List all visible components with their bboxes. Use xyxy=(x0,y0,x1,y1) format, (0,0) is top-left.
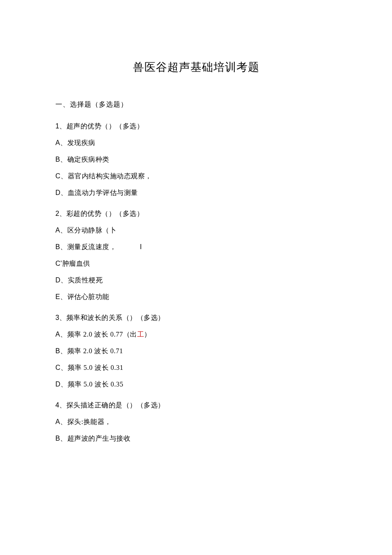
question-text: 、频率和波长的关系（）（多选） xyxy=(59,314,165,321)
option-close: ） xyxy=(144,331,151,338)
option-label: C xyxy=(55,172,61,180)
option-b: B、频率 2.0 波长 0.71 xyxy=(55,347,337,356)
option-d: D、频率 5.0 波长 0.35 xyxy=(55,380,337,389)
option-b: B、确定疾病种类 xyxy=(55,155,337,164)
option-sep: 、 xyxy=(61,276,68,284)
option-sep: 、 xyxy=(60,418,67,425)
option-label: D xyxy=(55,276,61,284)
option-e: E、评估心脏功能 xyxy=(55,293,337,302)
option-sep: 、 xyxy=(60,435,67,442)
option-sep: 、 xyxy=(61,189,68,196)
option-label: B xyxy=(55,435,60,442)
option-c: C'肿瘤血供 xyxy=(55,259,337,268)
option-text: 频率 5.0 波长 0.35 xyxy=(68,381,124,388)
option-label: E xyxy=(55,293,60,300)
option-d: D、血流动力学评估与测量 xyxy=(55,189,337,198)
question-2: 2、彩超的优势（）（多选） A、区分动静脉（卜 B、测量反流速度，I C'肿瘤血… xyxy=(55,209,337,302)
option-text: 区分动静脉（卜 xyxy=(67,227,117,234)
option-b: B、测量反流速度，I xyxy=(55,243,337,252)
document-title: 兽医谷超声基础培训考题 xyxy=(55,60,337,75)
option-label: C xyxy=(55,364,61,371)
question-number: 4 xyxy=(55,401,59,409)
option-text: 频率 5.0 波长 0.31 xyxy=(68,364,124,371)
option-label: A xyxy=(55,227,60,234)
section-heading: 一、选择题（多选题） xyxy=(55,100,337,109)
option-text: 评估心脏功能 xyxy=(67,293,110,300)
option-label: A xyxy=(55,331,60,338)
option-text: 确定疾病种类 xyxy=(67,156,110,163)
option-a: A、区分动静脉（卜 xyxy=(55,226,337,235)
page: 兽医谷超声基础培训考题 一、选择题（多选题） 1、超声的优势（）（多选） A、发… xyxy=(0,0,392,555)
option-trail: I xyxy=(140,243,142,250)
option-text: 实质性梗死 xyxy=(68,276,103,284)
question-number: 1 xyxy=(55,122,59,130)
option-sep: 、 xyxy=(61,172,68,180)
option-label: B xyxy=(55,243,60,250)
option-sep: 、 xyxy=(60,227,67,234)
question-prompt: 1、超声的优势（）（多选） xyxy=(55,122,337,131)
option-red-text: 工 xyxy=(137,331,144,338)
option-sep: 、 xyxy=(60,139,67,146)
option-sep: 、 xyxy=(60,331,67,338)
question-4: 4、探头描述正确的是（）（多选） A、探头:换能器， B、超声波的产生与接收 xyxy=(55,401,337,443)
option-a: A、探头:换能器， xyxy=(55,418,337,427)
question-text: 、探头描述正确的是（）（多选） xyxy=(59,401,165,409)
option-label: C' xyxy=(55,260,62,267)
option-label: D xyxy=(55,381,61,388)
question-text: 、彩超的优势（）（多选） xyxy=(59,210,144,217)
option-label: A xyxy=(55,418,60,425)
question-number: 3 xyxy=(55,314,59,321)
option-text: 器官内结构实施动态观察， xyxy=(68,172,152,180)
question-prompt: 4、探头描述正确的是（）（多选） xyxy=(55,401,337,410)
option-text: 测量反流速度， xyxy=(67,243,117,250)
option-text: 发现疾病 xyxy=(67,139,95,146)
option-c: C、器官内结构实施动态观察， xyxy=(55,172,337,181)
question-prompt: 3、频率和波长的关系（）（多选） xyxy=(55,314,337,323)
question-1: 1、超声的优势（）（多选） A、发现疾病 B、确定疾病种类 C、器官内结构实施动… xyxy=(55,122,337,198)
option-label: D xyxy=(55,189,61,196)
option-text: 频率 2.0 波长 0.77（出 xyxy=(67,331,137,338)
option-text: 超声波的产生与接收 xyxy=(67,435,131,442)
option-b: B、超声波的产生与接收 xyxy=(55,434,337,443)
option-label: A xyxy=(55,139,60,146)
question-prompt: 2、彩超的优势（）（多选） xyxy=(55,209,337,218)
question-number: 2 xyxy=(55,210,59,217)
option-a: A、频率 2.0 波长 0.77（出工） xyxy=(55,330,337,339)
question-text: 、超声的优势（）（多选） xyxy=(59,122,144,130)
option-d: D、实质性梗死 xyxy=(55,276,337,285)
option-label: B xyxy=(55,156,60,163)
option-sep: 、 xyxy=(60,156,67,163)
option-sep: 、 xyxy=(61,381,68,388)
option-a: A、发现疾病 xyxy=(55,139,337,148)
option-text: 血流动力学评估与测量 xyxy=(68,189,138,196)
option-text: 肿瘤血供 xyxy=(62,260,90,267)
option-sep: 、 xyxy=(60,243,67,250)
option-sep: 、 xyxy=(60,347,67,355)
question-3: 3、频率和波长的关系（）（多选） A、频率 2.0 波长 0.77（出工） B、… xyxy=(55,314,337,389)
option-sep: 、 xyxy=(60,293,67,300)
option-text: 探头:换能器， xyxy=(67,418,112,425)
option-sep: 、 xyxy=(61,364,68,371)
option-c: C、频率 5.0 波长 0.31 xyxy=(55,363,337,372)
option-text: 频率 2.0 波长 0.71 xyxy=(67,347,123,355)
option-label: B xyxy=(55,347,60,355)
